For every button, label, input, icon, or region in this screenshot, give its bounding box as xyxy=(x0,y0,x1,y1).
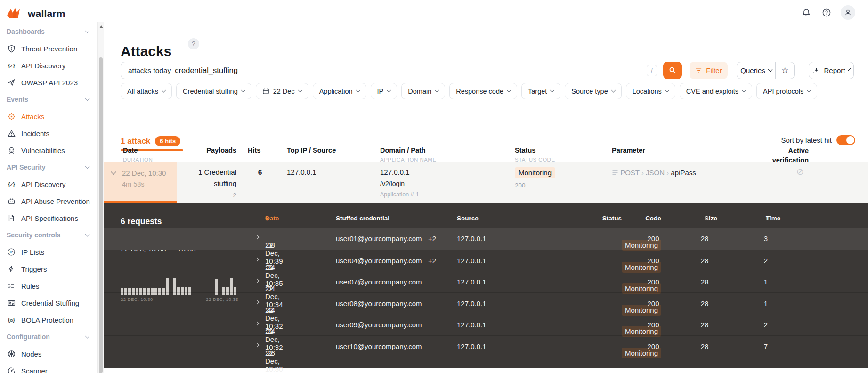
request-size: 28 xyxy=(681,321,728,329)
sidebar-item-attacks[interactable]: Attacks xyxy=(0,108,97,125)
req-col-status: Status xyxy=(570,215,622,222)
attack-count-tab[interactable]: 1 attack xyxy=(121,137,150,146)
filter-chip-source-type[interactable]: Source type xyxy=(565,83,621,99)
braces-check-icon: {✓} xyxy=(7,181,16,187)
search-input[interactable]: attacks today credential_stuffing / xyxy=(121,62,682,79)
filter-chip-domain[interactable]: Domain xyxy=(401,83,445,99)
sidebar-item-api-discovery[interactable]: {✓} API Discovery xyxy=(0,176,97,193)
request-source: 127.0.0.1 xyxy=(457,278,487,286)
expand-chevron-icon[interactable] xyxy=(255,235,259,239)
sidebar-item-api-discovery[interactable]: {✓} API Discovery xyxy=(0,57,97,74)
request-row[interactable]: 22 Dec, 10:32:24 user09@yourcompany.com … xyxy=(104,314,868,335)
sidebar-section-events[interactable]: Events xyxy=(0,91,97,108)
brand-name: wallarm xyxy=(28,8,65,19)
request-row[interactable]: 22 Dec, 10:30:26 user10@yourcompany.com … xyxy=(104,335,868,357)
collapse-chevron-icon[interactable] xyxy=(111,169,116,174)
request-size: 28 xyxy=(681,257,728,265)
col-header-payloads: Payloads xyxy=(179,146,236,154)
search-shortcut-hint: / xyxy=(647,65,657,76)
sidebar-item-api-specifications[interactable]: API Specifications xyxy=(0,210,97,227)
sidebar-item-api-abuse-prevention[interactable]: API Abuse Prevention xyxy=(0,193,97,210)
filter-chip-response-code[interactable]: Response code xyxy=(449,83,517,99)
active-verification-disabled-icon: ⊘ xyxy=(796,166,804,177)
filter-chip-target[interactable]: Target xyxy=(521,83,560,99)
filter-chip-cve-and-exploits[interactable]: CVE and exploits xyxy=(680,83,752,99)
sidebar-item-rules[interactable]: Rules xyxy=(0,277,97,294)
target-icon xyxy=(7,113,16,121)
expand-chevron-icon[interactable] xyxy=(255,343,259,347)
filter-chip-ip[interactable]: IP xyxy=(371,83,397,99)
sidebar-item-scanner[interactable]: Scanner xyxy=(0,362,97,373)
col-header-top-ip: Top IP / Source xyxy=(287,146,336,154)
attack-date: 22 Dec, 10:30 xyxy=(122,169,166,177)
favorite-star-button[interactable]: ☆ xyxy=(775,62,794,79)
sidebar-section-api-security[interactable]: API Security xyxy=(0,159,97,176)
sidebar-item-nodes[interactable]: Nodes xyxy=(0,345,97,362)
filter-button[interactable]: Filter xyxy=(690,62,728,79)
report-button[interactable]: Report xyxy=(809,62,854,79)
col-header-hits[interactable]: Hits xyxy=(248,146,260,155)
attack-duration: 4m 58s xyxy=(122,180,145,188)
ip-circle-icon: IP xyxy=(7,248,16,256)
sidebar-section-dashboards[interactable]: Dashboards xyxy=(0,23,97,40)
scrollbar-up-arrow-icon[interactable] xyxy=(99,25,103,28)
queries-button-label: Queries xyxy=(740,66,765,74)
filter-chip-credential-stuffing[interactable]: Credential stuffing xyxy=(176,83,251,99)
help-icon[interactable] xyxy=(822,8,831,17)
filter-chip-application[interactable]: Application xyxy=(313,83,366,99)
sidebar-scrollbar[interactable] xyxy=(97,22,104,373)
search-button[interactable] xyxy=(663,62,682,79)
requests-table-body: 22 Dec, 10:39:08 user01@yourcompany.com … xyxy=(104,228,868,357)
sidebar-item-vulnerabilities[interactable]: Vulnerabilities xyxy=(0,142,97,159)
sidebar-item-triggers[interactable]: Triggers xyxy=(0,260,97,277)
sidebar-item-ip-lists[interactable]: IP IP Lists xyxy=(0,243,97,260)
request-source: 127.0.0.1 xyxy=(457,321,487,329)
notifications-bell-icon[interactable] xyxy=(802,8,811,17)
page-title-help-icon[interactable]: ? xyxy=(188,38,199,49)
chevron-down-icon xyxy=(742,88,746,93)
filter-chip-22-dec[interactable]: 22 Dec xyxy=(256,83,308,99)
request-row[interactable]: 22 Dec, 10:39:08 user01@yourcompany.com … xyxy=(104,228,868,250)
attack-row[interactable]: 22 Dec, 10:30 4m 58s 1 Credential stuffi… xyxy=(104,162,868,203)
col-header-date: Date xyxy=(123,146,138,154)
request-source: 127.0.0.1 xyxy=(457,235,487,243)
sidebar-section-configuration[interactable]: Configuration xyxy=(0,328,97,345)
chevron-down-icon xyxy=(298,88,302,93)
sidebar-item-threat-prevention[interactable]: Threat Prevention xyxy=(0,40,97,57)
expand-chevron-icon[interactable] xyxy=(255,257,259,261)
expand-chevron-icon[interactable] xyxy=(255,279,259,283)
request-seconds: :04 xyxy=(265,284,275,292)
queries-button[interactable]: Queries xyxy=(737,62,775,79)
request-row[interactable]: 22 Dec, 10:35:24 user04@yourcompany.com … xyxy=(104,250,868,271)
user-avatar[interactable] xyxy=(841,5,855,20)
sidebar-item-bola-protection[interactable]: {ID} BOLA Protection xyxy=(0,311,97,328)
attack-payload-count: 2 xyxy=(179,192,236,199)
request-code: 200 xyxy=(630,257,677,265)
attack-status-code: 200 xyxy=(515,182,526,189)
request-row[interactable]: 22 Dec, 10:32:44 user08@yourcompany.com … xyxy=(104,292,868,314)
sidebar-item-credential-stuffing[interactable]: Credential Stuffing xyxy=(0,294,97,311)
col-header-parameter: Parameter xyxy=(612,146,645,154)
sort-by-latest-hit-toggle[interactable] xyxy=(836,135,855,145)
expand-chevron-icon[interactable] xyxy=(255,300,259,304)
filter-chip-all-attacks[interactable]: All attacks xyxy=(121,83,172,99)
sidebar-section-security-controls[interactable]: Security controls xyxy=(0,227,97,243)
chevron-down-icon xyxy=(387,88,391,93)
chevron-down-icon xyxy=(356,88,360,93)
sidebar-item-owasp-api-2023[interactable]: OWASP API 2023 xyxy=(0,74,97,91)
attack-row-date-cell[interactable]: 22 Dec, 10:30 4m 58s xyxy=(104,162,177,203)
app: wallarm Dashboards Threat Prevention {✓}… xyxy=(0,0,868,373)
filter-chip-api-protocols[interactable]: API protocols xyxy=(756,83,817,99)
sidebar-item-incidents[interactable]: Incidents xyxy=(0,125,97,142)
wallarm-logo[interactable]: wallarm xyxy=(0,0,97,23)
scrollbar-thumb[interactable] xyxy=(99,57,103,373)
request-size: 28 xyxy=(681,278,728,286)
col-header-domain: Domain / Path xyxy=(380,146,426,154)
request-credential: user09@yourcompany.com xyxy=(336,321,422,329)
request-credential: user01@yourcompany.com xyxy=(336,235,422,243)
svg-text:IP: IP xyxy=(10,251,13,254)
filter-chip-locations[interactable]: Locations xyxy=(626,83,675,99)
expand-chevron-icon[interactable] xyxy=(255,322,259,325)
request-row[interactable]: 22 Dec, 10:34:04 user07@yourcompany.com … xyxy=(104,271,868,292)
chevron-down-icon xyxy=(550,88,555,93)
